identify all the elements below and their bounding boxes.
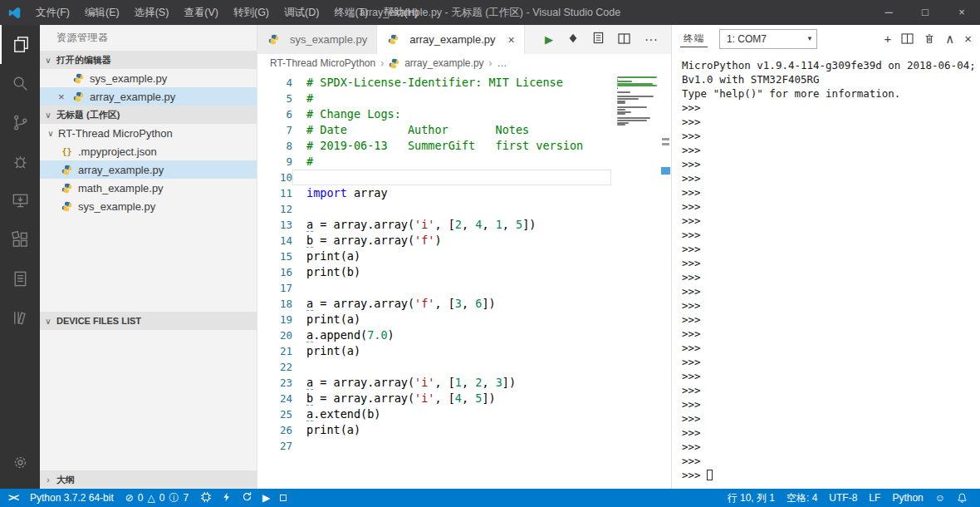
run-button[interactable]: ▶	[545, 33, 553, 46]
notebook-icon[interactable]	[0, 259, 40, 298]
line-number[interactable]: 8	[257, 138, 292, 154]
problems-item[interactable]: ⊘ 0 △ 0 ⓘ 7	[120, 489, 194, 507]
feedback-smiley-icon[interactable]: ☺	[929, 489, 951, 507]
code-line[interactable]: 8# 2019-06-13 SummerGift first version	[257, 138, 671, 154]
run-status-icon[interactable]: ▶	[262, 492, 270, 504]
maximize-panel-button[interactable]: ∧	[945, 32, 954, 47]
menu-item[interactable]: 帮助(H)	[375, 0, 425, 25]
tree-file-item[interactable]: {}.mpyproject.json	[40, 142, 257, 160]
code-editor[interactable]: 4# SPDX-License-Identifier: MIT License5…	[257, 72, 671, 489]
tab-sys-example[interactable]: sys_example.py	[257, 25, 377, 54]
code-line[interactable]: 15print(a)	[257, 249, 671, 264]
line-number[interactable]: 25	[257, 406, 292, 422]
code-line[interactable]: 4# SPDX-License-Identifier: MIT License	[257, 75, 671, 91]
eol-item[interactable]: LF	[863, 489, 886, 507]
workspace-header[interactable]: ∨ 无标题 (工作区)	[40, 106, 257, 124]
close-panel-button[interactable]: ×	[964, 32, 972, 46]
breadcrumb-item[interactable]: …	[497, 57, 507, 69]
library-icon[interactable]	[0, 298, 40, 337]
open-preview-icon[interactable]	[593, 32, 604, 47]
more-actions-icon[interactable]: ···	[644, 32, 658, 47]
python-version-item[interactable]: Python 3.7.2 64-bit	[24, 489, 120, 507]
new-terminal-button[interactable]: +	[884, 32, 891, 46]
line-number[interactable]: 13	[257, 217, 292, 233]
close-tab-icon[interactable]: ×	[508, 33, 515, 47]
code-line[interactable]: 6# Change Logs:	[257, 106, 671, 122]
code-line[interactable]: 10	[257, 170, 671, 185]
line-number[interactable]: 21	[257, 343, 292, 359]
code-line[interactable]: 9#	[257, 154, 671, 170]
minimize-button[interactable]: ─	[870, 0, 907, 25]
menu-item[interactable]: 调试(D)	[277, 0, 326, 25]
terminal-dropdown[interactable]: 1: COM7 ▼	[719, 29, 817, 49]
code-line[interactable]: 27	[257, 438, 671, 454]
line-number[interactable]: 9	[257, 154, 292, 170]
code-line[interactable]: 20a.append(7.0)	[257, 327, 671, 343]
menu-item[interactable]: 文件(F)	[28, 0, 77, 25]
code-line[interactable]: 18a = array.array('f', [3, 6])	[257, 296, 671, 312]
code-line[interactable]: 13a = array.array('i', [2, 4, 1, 5])	[257, 217, 671, 233]
line-number[interactable]: 23	[257, 375, 292, 391]
source-control-icon[interactable]	[0, 103, 40, 142]
terminal-content[interactable]: MicroPython v1.9.4-114-g309fe39d on 2018…	[672, 52, 980, 489]
menu-item[interactable]: 查看(V)	[176, 0, 226, 25]
line-number[interactable]: 5	[257, 91, 292, 106]
line-number[interactable]: 19	[257, 312, 292, 327]
cursor-position-item[interactable]: 行 10, 列 1	[722, 489, 781, 507]
close-icon[interactable]: ×	[58, 91, 71, 103]
tree-file-item[interactable]: math_example.py	[40, 179, 257, 197]
notifications-bell-icon[interactable]	[951, 489, 973, 507]
search-icon[interactable]	[0, 64, 40, 103]
maximize-button[interactable]: □	[907, 0, 943, 25]
language-item[interactable]: Python	[886, 489, 929, 507]
line-number[interactable]: 18	[257, 296, 292, 312]
encoding-item[interactable]: UTF-8	[823, 489, 863, 507]
line-number[interactable]: 11	[257, 185, 292, 201]
line-number[interactable]: 20	[257, 327, 292, 343]
code-line[interactable]: 16print(b)	[257, 264, 671, 280]
menu-item[interactable]: 编辑(E)	[77, 0, 127, 25]
open-editor-item[interactable]: sys_example.py	[40, 69, 257, 87]
line-number[interactable]: 27	[257, 438, 292, 454]
tab-array-example[interactable]: array_example.py ×	[377, 25, 525, 54]
line-number[interactable]: 12	[257, 201, 292, 217]
chip-icon[interactable]	[200, 491, 212, 505]
code-line[interactable]: 17	[257, 280, 671, 296]
extensions-icon[interactable]	[0, 220, 40, 259]
code-line[interactable]: 11import array	[257, 185, 671, 201]
breadcrumb-item[interactable]: array_example.py	[404, 57, 483, 69]
open-editors-header[interactable]: ∨ 打开的编辑器	[40, 51, 257, 69]
code-line[interactable]: 23a = array.array('i', [1, 2, 3])	[257, 375, 671, 391]
menu-item[interactable]: 转到(G)	[226, 0, 277, 25]
code-line[interactable]: 26print(a)	[257, 422, 671, 438]
line-number[interactable]: 6	[257, 106, 292, 122]
device-download-icon[interactable]	[0, 181, 40, 220]
line-number[interactable]: 4	[257, 75, 292, 91]
code-line[interactable]: 22	[257, 359, 671, 375]
tree-file-item[interactable]: sys_example.py	[40, 197, 257, 215]
indentation-item[interactable]: 空格: 4	[781, 489, 823, 507]
editor-scrollbar[interactable]	[660, 72, 671, 489]
split-editor-icon[interactable]	[618, 32, 630, 47]
terminal-title[interactable]: 终端	[680, 31, 708, 47]
remote-icon[interactable]: ><	[0, 489, 24, 507]
explorer-icon[interactable]	[0, 25, 40, 64]
code-line[interactable]: 25a.extend(b)	[257, 406, 671, 422]
code-line[interactable]: 7# Date Author Notes	[257, 122, 671, 138]
flash-download-icon[interactable]	[567, 32, 579, 47]
line-number[interactable]: 16	[257, 264, 292, 280]
tree-file-item[interactable]: array_example.py	[40, 160, 257, 179]
code-line[interactable]: 21print(a)	[257, 343, 671, 359]
line-number[interactable]: 22	[257, 359, 292, 375]
code-line[interactable]: 24b = array.array('i', [4, 5])	[257, 391, 671, 406]
debug-icon[interactable]	[0, 142, 40, 181]
line-number[interactable]: 26	[257, 422, 292, 438]
line-number[interactable]: 7	[257, 122, 292, 138]
line-number[interactable]: 15	[257, 249, 292, 264]
line-number[interactable]: 24	[257, 391, 292, 406]
kill-terminal-button[interactable]	[924, 32, 935, 45]
split-terminal-button[interactable]	[901, 33, 914, 44]
outline-header[interactable]: › 大纲	[40, 470, 257, 489]
tree-folder-item[interactable]: ∨RT-Thread MicroPython	[40, 124, 257, 142]
code-line[interactable]: 5#	[257, 91, 671, 106]
